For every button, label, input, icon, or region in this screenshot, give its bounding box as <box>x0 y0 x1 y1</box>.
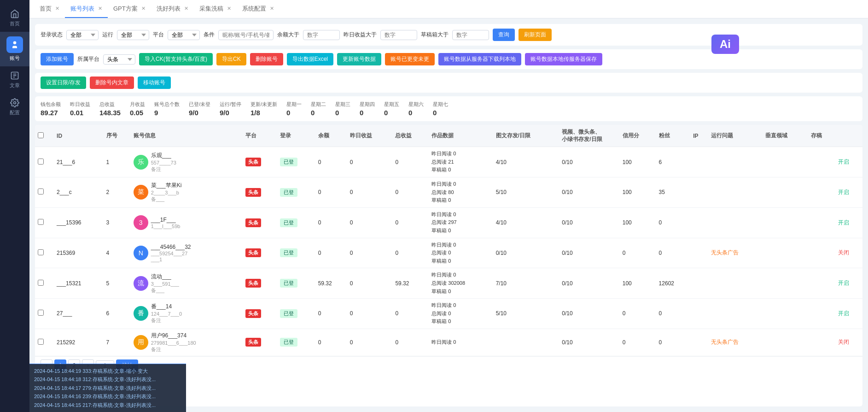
tab-account-list-close[interactable]: ✕ <box>98 6 102 12</box>
search-button[interactable]: 查询 <box>493 29 515 41</box>
row-yesterday: 0 <box>347 238 393 268</box>
table-row: 21___6 1 乐 乐观___ 557____73 备注 头条 已登 0 0 … <box>35 147 862 177</box>
stat-yesterday: 昨日收益 0.01 <box>70 101 90 117</box>
import-ck-button[interactable]: 导入CK(暂支持头条/百度) <box>139 53 213 65</box>
add-account-button[interactable]: 添加账号 <box>41 53 74 65</box>
row-seq: 5 <box>104 268 131 299</box>
table-row: 215292 7 用 用户96___374 279981___6___180 备… <box>35 329 862 356</box>
stat-logged: 已登/未登 9/0 <box>189 101 210 117</box>
row-draft <box>808 268 835 299</box>
login-badge: 已登 <box>280 218 297 227</box>
row-status: 开启 <box>835 177 862 207</box>
row-status: 开启 <box>835 268 862 299</box>
ai-badge[interactable]: Ai <box>711 35 739 54</box>
upload-server-button[interactable]: 账号数据本地传服务器保存 <box>525 53 602 65</box>
stat-mon-label: 星期一 <box>286 101 302 108</box>
account-sub2: ___1 <box>151 257 191 262</box>
row-select-checkbox[interactable] <box>38 219 44 225</box>
sidebar-item-account[interactable]: 账号 <box>0 32 29 66</box>
row-select-checkbox[interactable] <box>38 249 44 255</box>
condition-input[interactable] <box>218 30 274 40</box>
refresh-button[interactable]: 刷新页面 <box>518 29 552 41</box>
platform-badge: 头条 <box>245 218 261 227</box>
main-area: 首页 ✕ 账号列表 ✕ GPT方案 ✕ 洗好列表 ✕ 采集洗稿 ✕ 系统配置 ✕… <box>29 0 868 412</box>
account-sub1: 3___591___ <box>151 281 179 287</box>
download-local-button[interactable]: 账号数据从服务器下载列本地 <box>438 53 521 65</box>
col-total: 总收益 <box>392 125 429 147</box>
set-limit-button[interactable]: 设置日限/存发 <box>41 77 86 89</box>
row-video-post: 0/10 <box>559 299 620 329</box>
tab-wash-list[interactable]: 洗好列表 ✕ <box>151 0 194 18</box>
tab-home[interactable]: 首页 ✕ <box>34 0 65 18</box>
stat-monthly-value: 0.05 <box>130 109 145 117</box>
platform-select[interactable]: 全部 <box>168 30 200 40</box>
balance-input[interactable] <box>303 30 340 40</box>
tab-wash-list-close[interactable]: ✕ <box>184 6 188 12</box>
row-select-checkbox[interactable] <box>38 280 44 286</box>
login-status-label: 登录状态 <box>41 31 63 39</box>
mark-unchanged-button[interactable]: 账号已更变未更 <box>385 53 435 65</box>
stat-running-value: 9/0 <box>220 109 241 117</box>
row-fans: 35 <box>656 177 691 207</box>
delete-account-button[interactable]: 删除账号 <box>250 53 283 65</box>
tab-system-config-close[interactable]: ✕ <box>270 6 274 12</box>
export-excel-button[interactable]: 导出数据Excel <box>287 53 333 65</box>
row-checkbox <box>35 268 54 299</box>
tab-gpt[interactable]: GPT方案 ✕ <box>108 0 151 18</box>
export-ck-button[interactable]: 导出CK <box>216 53 246 65</box>
article-icon <box>10 71 19 80</box>
sidebar-config-label: 配置 <box>10 109 20 116</box>
row-select-checkbox[interactable] <box>38 339 44 345</box>
row-seq: 1 <box>104 147 131 177</box>
select-all-checkbox[interactable] <box>38 132 44 138</box>
tab-account-list[interactable]: 账号列表 ✕ <box>65 0 108 18</box>
tab-account-list-label: 账号列表 <box>70 5 94 13</box>
row-yesterday: 0 <box>347 177 393 207</box>
login-status-select[interactable]: 全部 <box>66 30 99 40</box>
account-name: ___1F___ <box>151 217 181 223</box>
move-account-button[interactable]: 移动账号 <box>138 77 171 89</box>
tab-collect-close[interactable]: ✕ <box>227 6 231 12</box>
row-ip <box>690 147 708 177</box>
tab-home-close[interactable]: ✕ <box>55 6 59 12</box>
account-name: 菜___苹果Ki <box>151 182 182 189</box>
stat-wallet-label: 钱包余额 <box>41 101 61 108</box>
tab-gpt-close[interactable]: ✕ <box>141 6 146 12</box>
account-details: ___1F___ 1___l___59b <box>151 217 181 229</box>
platform-label: 平台 <box>153 31 164 39</box>
col-yesterday: 昨日收益 <box>347 125 393 147</box>
sidebar-item-config[interactable]: 配置 <box>0 94 29 121</box>
row-checkbox <box>35 329 54 356</box>
tab-collect[interactable]: 采集洗稿 ✕ <box>194 0 237 18</box>
update-data-button[interactable]: 更新账号数据 <box>337 53 381 65</box>
tab-system-config[interactable]: 系统配置 ✕ <box>237 0 280 18</box>
delete-content-button[interactable]: 删除号内文章 <box>90 77 134 89</box>
run-select[interactable]: 全部 <box>117 30 149 40</box>
stat-accounts: 账号总个数 9 <box>154 101 180 117</box>
row-credit: 100 <box>620 147 656 177</box>
row-select-checkbox[interactable] <box>38 159 44 165</box>
col-issue: 运行问题 <box>708 125 763 147</box>
draft-input[interactable] <box>452 30 489 40</box>
row-video-post: 0/10 <box>559 177 620 207</box>
row-id: 215292 <box>54 329 103 356</box>
row-works: 昨日阅读 0 总阅读 302008 草稿箱 0 <box>429 268 493 299</box>
account-sub2: 备___ <box>151 196 182 203</box>
svg-point-0 <box>13 41 17 45</box>
stat-sun-label: 星期七 <box>433 101 448 108</box>
account-sub2: 备___ <box>151 287 179 294</box>
yesterday-input[interactable] <box>380 30 417 40</box>
account-platform-select[interactable]: 头条 <box>103 54 135 65</box>
sidebar-item-article[interactable]: 文章 <box>0 66 29 94</box>
row-video-post: 0/10 <box>559 238 620 268</box>
login-badge: 已登 <box>280 188 297 197</box>
stat-updated: 更新/未更新 1/8 <box>250 101 277 117</box>
row-credit: 0 <box>620 299 656 329</box>
row-platform: 头条 <box>243 238 278 268</box>
sidebar-item-home[interactable]: 首页 <box>0 5 29 32</box>
row-select-checkbox[interactable] <box>38 188 44 194</box>
row-video-post: 0/10 <box>559 207 620 238</box>
row-balance: 0 <box>315 299 347 329</box>
row-balance: 0 <box>315 207 347 238</box>
row-select-checkbox[interactable] <box>38 310 44 316</box>
